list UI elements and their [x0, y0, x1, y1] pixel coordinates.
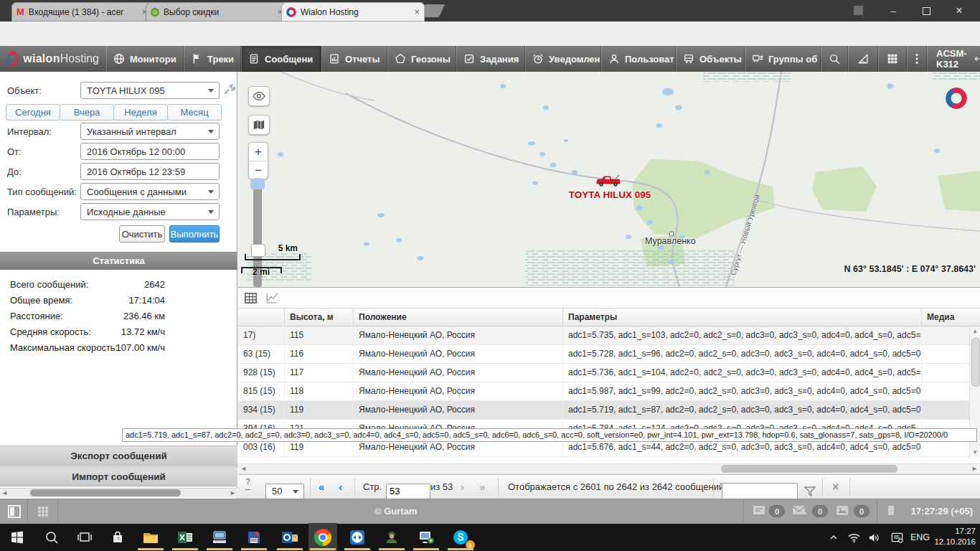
tray-wifi[interactable]	[847, 524, 861, 551]
pagination-help-button[interactable]: ? ↔	[244, 479, 252, 491]
nav-item-messages[interactable]: Сообщени	[241, 46, 321, 72]
col-header-media[interactable]: Медиа	[921, 309, 969, 326]
table-row[interactable]: 17) 115 Ямало-Ненецкий АО, Россия adc1=5…	[238, 326, 980, 345]
task-view-button[interactable]	[75, 527, 95, 547]
nav-apps-button[interactable]	[878, 46, 907, 72]
prev-page-button[interactable]: ‹	[339, 475, 342, 499]
teamviewer-button[interactable]	[347, 527, 367, 547]
backup-app-button[interactable]	[244, 527, 264, 547]
interval-select[interactable]: Указанный интервал	[80, 123, 220, 140]
scrollbar-thumb[interactable]	[30, 489, 181, 496]
first-page-button[interactable]: «	[319, 475, 324, 499]
log-button[interactable]	[887, 504, 903, 517]
bottom-grid-button[interactable]	[36, 504, 50, 519]
skype-button[interactable]: 1	[451, 527, 471, 547]
excel-button[interactable]	[175, 527, 195, 547]
export-messages-button[interactable]: Экспорт сообщений	[0, 446, 237, 466]
nav-item-units[interactable]: Объекты	[676, 46, 745, 72]
scrollbar-thumb[interactable]	[971, 338, 980, 387]
clear-button[interactable]: Очистить	[119, 225, 165, 242]
col-header-location[interactable]: Положение	[353, 309, 562, 326]
scroll-left-icon[interactable]: ◄	[1, 489, 8, 497]
page-size-select[interactable]: 50	[265, 484, 304, 499]
user-menu[interactable]: ACSM-K312	[927, 46, 980, 72]
from-date-input[interactable]: 2016 Октябрь 12 00:00	[80, 143, 220, 160]
sidebar-horizontal-scrollbar[interactable]: ◄ ►	[0, 488, 237, 497]
outlook-button[interactable]	[280, 527, 300, 547]
table-row[interactable]: 63 (15) 116 Ямало-Ненецкий АО, Россия ad…	[238, 345, 980, 364]
taskbar-search-button[interactable]	[42, 527, 62, 547]
nav-item-reports[interactable]: Отчеты	[321, 46, 387, 72]
table-horizontal-scrollbar[interactable]: ◄ ►	[238, 463, 980, 474]
table-row[interactable]: 815 (15) 118 Ямало-Ненецкий АО, Россия a…	[238, 382, 980, 401]
range-month-button[interactable]: Месяц	[167, 104, 222, 121]
next-page-button[interactable]: ›	[461, 475, 464, 499]
parameters-select[interactable]: Исходные данные	[80, 203, 220, 220]
window-minimize-button[interactable]: –	[877, 0, 910, 22]
nav-item-notifications[interactable]: Уведомлен	[525, 46, 601, 72]
terminal-app-button[interactable]	[209, 527, 230, 547]
range-week-button[interactable]: Неделя	[113, 104, 168, 121]
scroll-down-icon[interactable]: ▼	[970, 449, 980, 456]
table-view-icon[interactable]	[244, 291, 258, 305]
table-filter-input[interactable]	[722, 483, 798, 500]
tray-expand-button[interactable]	[828, 524, 839, 551]
zoom-out-button[interactable]: −	[249, 161, 268, 179]
range-yesterday-button[interactable]: Вчера	[60, 104, 114, 121]
nav-search-button[interactable]	[821, 46, 848, 72]
scroll-right-icon[interactable]: ►	[971, 464, 978, 473]
nav-item-users[interactable]: Пользоват	[601, 46, 676, 72]
remote-desktop-button[interactable]	[416, 527, 436, 547]
vehicle-label[interactable]: TOYTA HILUX 095	[565, 189, 654, 200]
sms-button[interactable]	[792, 504, 808, 517]
last-page-button[interactable]: »	[479, 475, 485, 499]
nav-item-tracks[interactable]: Треки	[184, 46, 241, 72]
execute-button[interactable]: Выполнить	[169, 225, 220, 242]
guard-app-button[interactable]	[382, 527, 402, 547]
media-button[interactable]	[835, 504, 849, 517]
nav-item-jobs[interactable]: Задания	[456, 46, 525, 72]
driver-messages-button[interactable]	[752, 504, 766, 517]
browser-tab-discount[interactable]: Выбор скидки ×	[146, 2, 288, 22]
clear-filter-button[interactable]: ×	[832, 475, 839, 499]
map-visibility-button[interactable]	[248, 86, 270, 106]
tab-close-icon[interactable]: ×	[414, 6, 420, 17]
window-restore-button[interactable]	[910, 0, 943, 22]
object-select[interactable]: TOYTA HILUX 095	[80, 82, 220, 99]
col-header-time[interactable]	[238, 309, 284, 326]
table-row[interactable]: 928 (15) 117 Ямало-Ненецкий АО, Россия a…	[238, 364, 980, 382]
map-canvas[interactable]: TOYTA HILUX 095 Муравленко Сургут — Новы…	[238, 72, 980, 287]
range-today-button[interactable]: Сегодня	[6, 104, 60, 121]
scroll-left-icon[interactable]: ◄	[240, 464, 247, 473]
toggle-panel-button[interactable]	[7, 504, 22, 519]
chrome-button[interactable]	[313, 527, 333, 547]
import-messages-button[interactable]: Импорт сообщений	[0, 466, 237, 486]
col-header-altitude[interactable]: Высота, м	[284, 309, 353, 326]
start-button[interactable]	[7, 527, 27, 547]
tray-clock[interactable]: 17:27 12.10.2016	[934, 526, 976, 547]
to-date-input[interactable]: 2016 Октябрь 12 23:59	[80, 163, 220, 180]
browser-tab-gmail[interactable]: M Входящие (1 384) - acer ×	[11, 2, 152, 22]
scroll-right-icon[interactable]: ►	[230, 489, 236, 497]
scrollbar-thumb[interactable]	[721, 465, 897, 473]
col-header-parameters[interactable]: Параметры	[562, 309, 921, 326]
map-layers-button[interactable]	[248, 115, 270, 135]
store-app-button[interactable]	[108, 527, 128, 547]
wrench-icon[interactable]	[223, 83, 235, 95]
nav-item-unit-groups[interactable]: Группы об	[745, 46, 821, 72]
scroll-up-icon[interactable]: ▲	[970, 328, 980, 334]
wialon-logo[interactable]: wialonHosting	[0, 46, 106, 72]
nav-item-monitoring[interactable]: Монитори	[106, 46, 184, 72]
browser-tab-wialon[interactable]: Wialon Hosting ×	[281, 2, 425, 22]
table-row-selected[interactable]: 934 (15) 119 Ямало-Ненецкий АО, Россия a…	[238, 401, 980, 420]
page-number-input[interactable]	[386, 484, 430, 499]
chart-view-icon[interactable]	[265, 291, 279, 305]
message-type-select[interactable]: Сообщения с данными	[80, 183, 220, 200]
nav-more-button[interactable]	[907, 46, 927, 72]
zoom-in-button[interactable]: +	[249, 143, 268, 161]
window-close-button[interactable]: ×	[943, 0, 976, 22]
tray-volume[interactable]	[867, 524, 881, 551]
nav-ruler-button[interactable]	[848, 46, 878, 72]
tray-language[interactable]: ENG	[910, 524, 930, 551]
tray-action-center[interactable]	[890, 524, 904, 551]
